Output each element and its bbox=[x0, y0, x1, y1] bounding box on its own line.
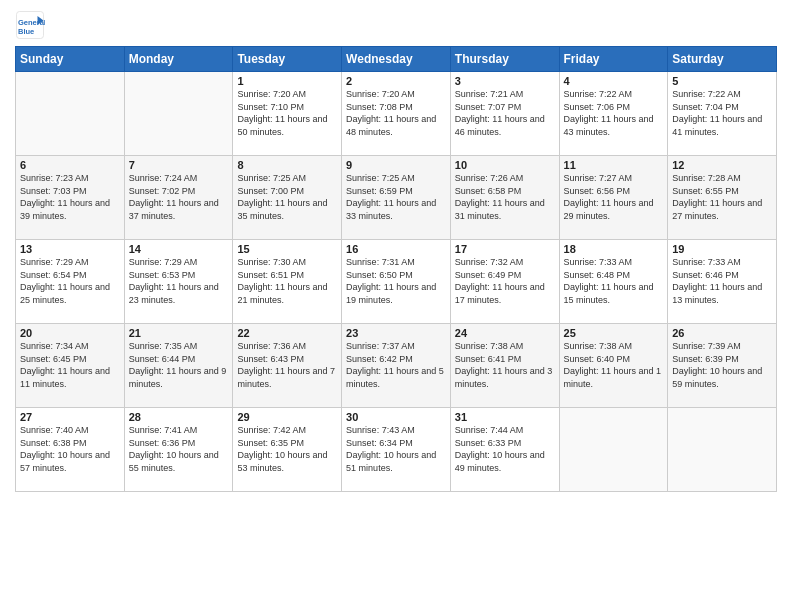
day-cell bbox=[559, 408, 668, 492]
day-info: Sunrise: 7:37 AMSunset: 6:42 PMDaylight:… bbox=[346, 340, 446, 390]
day-cell: 24Sunrise: 7:38 AMSunset: 6:41 PMDayligh… bbox=[450, 324, 559, 408]
day-number: 2 bbox=[346, 75, 446, 87]
day-number: 23 bbox=[346, 327, 446, 339]
day-cell: 17Sunrise: 7:32 AMSunset: 6:49 PMDayligh… bbox=[450, 240, 559, 324]
day-info: Sunrise: 7:26 AMSunset: 6:58 PMDaylight:… bbox=[455, 172, 555, 222]
day-number: 17 bbox=[455, 243, 555, 255]
logo-icon: General Blue bbox=[15, 10, 45, 40]
day-info: Sunrise: 7:33 AMSunset: 6:48 PMDaylight:… bbox=[564, 256, 664, 306]
day-cell: 25Sunrise: 7:38 AMSunset: 6:40 PMDayligh… bbox=[559, 324, 668, 408]
day-cell: 22Sunrise: 7:36 AMSunset: 6:43 PMDayligh… bbox=[233, 324, 342, 408]
day-number: 27 bbox=[20, 411, 120, 423]
day-cell: 20Sunrise: 7:34 AMSunset: 6:45 PMDayligh… bbox=[16, 324, 125, 408]
day-number: 31 bbox=[455, 411, 555, 423]
day-info: Sunrise: 7:30 AMSunset: 6:51 PMDaylight:… bbox=[237, 256, 337, 306]
day-info: Sunrise: 7:20 AMSunset: 7:08 PMDaylight:… bbox=[346, 88, 446, 138]
week-row-3: 13Sunrise: 7:29 AMSunset: 6:54 PMDayligh… bbox=[16, 240, 777, 324]
day-cell bbox=[16, 72, 125, 156]
day-number: 4 bbox=[564, 75, 664, 87]
day-cell: 26Sunrise: 7:39 AMSunset: 6:39 PMDayligh… bbox=[668, 324, 777, 408]
day-number: 14 bbox=[129, 243, 229, 255]
day-number: 6 bbox=[20, 159, 120, 171]
day-info: Sunrise: 7:25 AMSunset: 6:59 PMDaylight:… bbox=[346, 172, 446, 222]
day-number: 1 bbox=[237, 75, 337, 87]
weekday-sunday: Sunday bbox=[16, 47, 125, 72]
calendar-table: SundayMondayTuesdayWednesdayThursdayFrid… bbox=[15, 46, 777, 492]
day-info: Sunrise: 7:27 AMSunset: 6:56 PMDaylight:… bbox=[564, 172, 664, 222]
day-number: 21 bbox=[129, 327, 229, 339]
day-number: 29 bbox=[237, 411, 337, 423]
day-number: 7 bbox=[129, 159, 229, 171]
day-info: Sunrise: 7:22 AMSunset: 7:06 PMDaylight:… bbox=[564, 88, 664, 138]
day-info: Sunrise: 7:44 AMSunset: 6:33 PMDaylight:… bbox=[455, 424, 555, 474]
day-number: 8 bbox=[237, 159, 337, 171]
day-cell: 3Sunrise: 7:21 AMSunset: 7:07 PMDaylight… bbox=[450, 72, 559, 156]
day-number: 19 bbox=[672, 243, 772, 255]
day-number: 20 bbox=[20, 327, 120, 339]
weekday-thursday: Thursday bbox=[450, 47, 559, 72]
day-cell: 8Sunrise: 7:25 AMSunset: 7:00 PMDaylight… bbox=[233, 156, 342, 240]
day-info: Sunrise: 7:22 AMSunset: 7:04 PMDaylight:… bbox=[672, 88, 772, 138]
day-cell: 18Sunrise: 7:33 AMSunset: 6:48 PMDayligh… bbox=[559, 240, 668, 324]
day-cell bbox=[668, 408, 777, 492]
day-cell: 6Sunrise: 7:23 AMSunset: 7:03 PMDaylight… bbox=[16, 156, 125, 240]
day-info: Sunrise: 7:34 AMSunset: 6:45 PMDaylight:… bbox=[20, 340, 120, 390]
day-cell: 27Sunrise: 7:40 AMSunset: 6:38 PMDayligh… bbox=[16, 408, 125, 492]
day-cell: 15Sunrise: 7:30 AMSunset: 6:51 PMDayligh… bbox=[233, 240, 342, 324]
day-info: Sunrise: 7:31 AMSunset: 6:50 PMDaylight:… bbox=[346, 256, 446, 306]
svg-text:Blue: Blue bbox=[18, 27, 34, 36]
day-cell: 21Sunrise: 7:35 AMSunset: 6:44 PMDayligh… bbox=[124, 324, 233, 408]
day-info: Sunrise: 7:33 AMSunset: 6:46 PMDaylight:… bbox=[672, 256, 772, 306]
day-cell: 10Sunrise: 7:26 AMSunset: 6:58 PMDayligh… bbox=[450, 156, 559, 240]
day-info: Sunrise: 7:42 AMSunset: 6:35 PMDaylight:… bbox=[237, 424, 337, 474]
day-number: 22 bbox=[237, 327, 337, 339]
day-cell: 31Sunrise: 7:44 AMSunset: 6:33 PMDayligh… bbox=[450, 408, 559, 492]
day-number: 5 bbox=[672, 75, 772, 87]
day-cell: 16Sunrise: 7:31 AMSunset: 6:50 PMDayligh… bbox=[342, 240, 451, 324]
day-info: Sunrise: 7:41 AMSunset: 6:36 PMDaylight:… bbox=[129, 424, 229, 474]
weekday-monday: Monday bbox=[124, 47, 233, 72]
day-number: 28 bbox=[129, 411, 229, 423]
week-row-4: 20Sunrise: 7:34 AMSunset: 6:45 PMDayligh… bbox=[16, 324, 777, 408]
day-cell: 5Sunrise: 7:22 AMSunset: 7:04 PMDaylight… bbox=[668, 72, 777, 156]
logo: General Blue bbox=[15, 10, 47, 40]
day-number: 3 bbox=[455, 75, 555, 87]
weekday-header-row: SundayMondayTuesdayWednesdayThursdayFrid… bbox=[16, 47, 777, 72]
weekday-saturday: Saturday bbox=[668, 47, 777, 72]
day-info: Sunrise: 7:35 AMSunset: 6:44 PMDaylight:… bbox=[129, 340, 229, 390]
day-cell: 13Sunrise: 7:29 AMSunset: 6:54 PMDayligh… bbox=[16, 240, 125, 324]
day-number: 15 bbox=[237, 243, 337, 255]
day-number: 9 bbox=[346, 159, 446, 171]
day-cell: 19Sunrise: 7:33 AMSunset: 6:46 PMDayligh… bbox=[668, 240, 777, 324]
day-cell: 23Sunrise: 7:37 AMSunset: 6:42 PMDayligh… bbox=[342, 324, 451, 408]
day-info: Sunrise: 7:38 AMSunset: 6:41 PMDaylight:… bbox=[455, 340, 555, 390]
day-info: Sunrise: 7:43 AMSunset: 6:34 PMDaylight:… bbox=[346, 424, 446, 474]
day-cell: 11Sunrise: 7:27 AMSunset: 6:56 PMDayligh… bbox=[559, 156, 668, 240]
day-cell: 29Sunrise: 7:42 AMSunset: 6:35 PMDayligh… bbox=[233, 408, 342, 492]
day-cell: 7Sunrise: 7:24 AMSunset: 7:02 PMDaylight… bbox=[124, 156, 233, 240]
day-number: 10 bbox=[455, 159, 555, 171]
day-cell: 2Sunrise: 7:20 AMSunset: 7:08 PMDaylight… bbox=[342, 72, 451, 156]
day-number: 18 bbox=[564, 243, 664, 255]
day-cell: 4Sunrise: 7:22 AMSunset: 7:06 PMDaylight… bbox=[559, 72, 668, 156]
day-info: Sunrise: 7:28 AMSunset: 6:55 PMDaylight:… bbox=[672, 172, 772, 222]
weekday-tuesday: Tuesday bbox=[233, 47, 342, 72]
day-number: 13 bbox=[20, 243, 120, 255]
day-info: Sunrise: 7:29 AMSunset: 6:53 PMDaylight:… bbox=[129, 256, 229, 306]
day-number: 11 bbox=[564, 159, 664, 171]
day-number: 26 bbox=[672, 327, 772, 339]
day-number: 12 bbox=[672, 159, 772, 171]
day-info: Sunrise: 7:40 AMSunset: 6:38 PMDaylight:… bbox=[20, 424, 120, 474]
day-info: Sunrise: 7:24 AMSunset: 7:02 PMDaylight:… bbox=[129, 172, 229, 222]
week-row-5: 27Sunrise: 7:40 AMSunset: 6:38 PMDayligh… bbox=[16, 408, 777, 492]
day-cell: 12Sunrise: 7:28 AMSunset: 6:55 PMDayligh… bbox=[668, 156, 777, 240]
day-cell bbox=[124, 72, 233, 156]
day-info: Sunrise: 7:39 AMSunset: 6:39 PMDaylight:… bbox=[672, 340, 772, 390]
day-cell: 9Sunrise: 7:25 AMSunset: 6:59 PMDaylight… bbox=[342, 156, 451, 240]
day-info: Sunrise: 7:21 AMSunset: 7:07 PMDaylight:… bbox=[455, 88, 555, 138]
day-cell: 1Sunrise: 7:20 AMSunset: 7:10 PMDaylight… bbox=[233, 72, 342, 156]
week-row-1: 1Sunrise: 7:20 AMSunset: 7:10 PMDaylight… bbox=[16, 72, 777, 156]
week-row-2: 6Sunrise: 7:23 AMSunset: 7:03 PMDaylight… bbox=[16, 156, 777, 240]
day-info: Sunrise: 7:20 AMSunset: 7:10 PMDaylight:… bbox=[237, 88, 337, 138]
day-info: Sunrise: 7:36 AMSunset: 6:43 PMDaylight:… bbox=[237, 340, 337, 390]
